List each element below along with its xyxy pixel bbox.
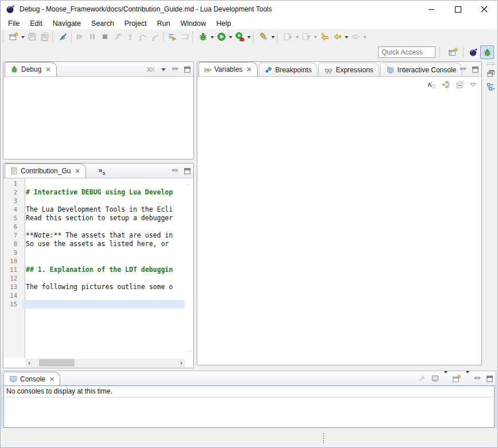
editor-line[interactable]: 9 [4,248,185,257]
scroll-left-icon[interactable]: ‹ [25,359,33,367]
minimize-icon[interactable] [418,1,445,18]
menu-edit[interactable]: Edit [25,18,48,29]
quick-access-input[interactable] [378,46,435,58]
editor-line[interactable]: 1 [4,180,185,188]
open-perspective-icon[interactable] [446,45,460,59]
show-logical-structure-icon[interactable] [441,80,450,89]
debug-icon[interactable] [197,30,209,43]
maximize-view-icon[interactable] [184,167,191,175]
debug-perspective-icon[interactable] [480,45,494,59]
menu-window[interactable]: Window [176,18,211,29]
status-drag-handle[interactable] [323,433,324,443]
editor-line[interactable]: 3 [4,197,185,205]
editor-line[interactable]: 14 [4,291,185,300]
editor-line[interactable]: 10 [4,257,185,266]
tab-console[interactable]: Console ✕ [3,372,60,386]
tab-breakpoints[interactable]: Breakpoints [259,63,317,76]
ldt-perspective-icon[interactable] [466,45,480,59]
open-console-icon[interactable] [452,375,461,383]
last-edit-location-icon[interactable] [318,30,331,43]
editor-line[interactable]: 6 [4,223,185,231]
toolbar-drag-handle[interactable] [52,32,55,42]
menu-navigate[interactable]: Navigate [48,18,86,29]
toolbar-drag-handle[interactable] [192,32,195,42]
maximize-icon[interactable] [445,1,471,18]
restore-view-icon[interactable] [485,67,497,80]
editor-line[interactable]: 8So use the assets as listed here, or [4,240,185,248]
editor-line[interactable]: 7**Note:** The assets that are used in [4,231,185,240]
maximize-view-icon[interactable] [472,66,479,73]
minimize-view-icon[interactable] [474,375,481,382]
display-console-dropdown[interactable] [444,373,448,384]
open-console-dropdown[interactable] [466,373,469,384]
run-icon[interactable] [215,30,228,43]
menu-help[interactable]: Help [211,18,236,29]
toolbar-drag-handle[interactable] [3,32,6,42]
show-type-names-icon[interactable]: K [427,80,436,89]
tab-editor-contribution-guide[interactable]: Contribution_Gu ✕ [5,163,86,178]
more-editors-chevron[interactable]: »5 [99,166,106,176]
new-wizard-dropdown[interactable] [20,30,26,43]
close-icon[interactable]: ✕ [49,376,55,383]
console-content[interactable]: No consoles to display at this time. [3,385,495,428]
editor-line[interactable]: 13The following pictures outline some o [4,283,185,291]
view-menu-icon[interactable] [469,81,477,88]
toolbar-drag-handle[interactable] [253,32,256,42]
save-all-icon[interactable] [38,30,51,43]
editor-line[interactable]: 2# Interactive DEBUG using Lua Develop [4,188,185,197]
tab-variables[interactable]: (x)= Variables ✕ [199,62,258,76]
back-icon[interactable] [331,30,344,43]
scrollbar-track[interactable] [33,359,177,367]
line-text [22,248,185,257]
tab-expressions[interactable]: xy Expressions [318,63,379,76]
editor-line[interactable]: 4The Lua Development Tools in the Ecli [4,205,185,214]
editor-line[interactable]: 12 [4,274,185,283]
minimize-view-icon[interactable] [460,66,467,73]
menu-project[interactable]: Project [119,18,152,29]
close-icon[interactable]: ✕ [75,167,80,175]
back-dropdown[interactable] [344,30,349,43]
run-dropdown[interactable] [228,30,234,43]
maximize-view-icon[interactable] [486,375,493,383]
editor-text-area[interactable]: 12# Interactive DEBUG using Lua Develop3… [4,178,193,358]
strip-drag-handle[interactable] [487,63,495,65]
maximize-view-icon[interactable] [184,66,191,73]
toolbar-drag-handle[interactable] [277,32,280,42]
perspective-drag-handle[interactable] [439,47,442,57]
line-number: 13 [4,283,22,291]
view-menu-icon[interactable] [160,67,167,72]
line-number: 14 [4,291,22,300]
save-icon[interactable] [26,30,38,43]
tab-interactive-console[interactable]: Interactive Console [380,63,462,76]
skip-breakpoints-icon[interactable] [57,30,69,43]
close-icon[interactable] [471,1,497,18]
close-icon[interactable]: ✕ [247,66,252,73]
search-icon[interactable] [258,30,270,43]
close-icon[interactable]: ✕ [45,66,50,73]
debug-view-content[interactable] [4,77,193,158]
scroll-up-icon[interactable]: ︿ [186,180,192,188]
variables-content[interactable] [198,77,481,364]
outline-view-icon[interactable] [485,81,497,94]
editor-line[interactable]: 11## 1. Explanation of the LDT debuggin [4,266,185,274]
step-filters-icon[interactable] [166,30,178,43]
tab-debug[interactable]: Debug ✕ [5,62,57,76]
scroll-down-icon[interactable]: ﹀ [186,348,192,356]
menu-run[interactable]: Run [152,18,176,29]
editor-line[interactable]: 15 [4,300,185,309]
display-console-icon[interactable] [431,375,439,383]
new-wizard-icon[interactable] [7,30,20,43]
minimize-view-icon[interactable] [172,167,179,174]
scroll-right-icon[interactable]: › [177,359,185,367]
editor-horizontal-scrollbar[interactable]: ‹ › [25,359,185,367]
collapse-all-icon[interactable] [456,80,464,89]
external-tools-dropdown[interactable] [246,30,252,43]
minimize-view-icon[interactable] [172,66,179,73]
debug-dropdown[interactable] [209,30,215,43]
external-tools-icon[interactable] [234,30,246,43]
menu-search[interactable]: Search [86,18,119,29]
search-dropdown[interactable] [270,30,276,43]
scrollbar-thumb[interactable] [39,359,75,367]
menu-file[interactable]: File [3,18,25,29]
editor-line[interactable]: 5Read this section to setup a debugger [4,214,185,223]
